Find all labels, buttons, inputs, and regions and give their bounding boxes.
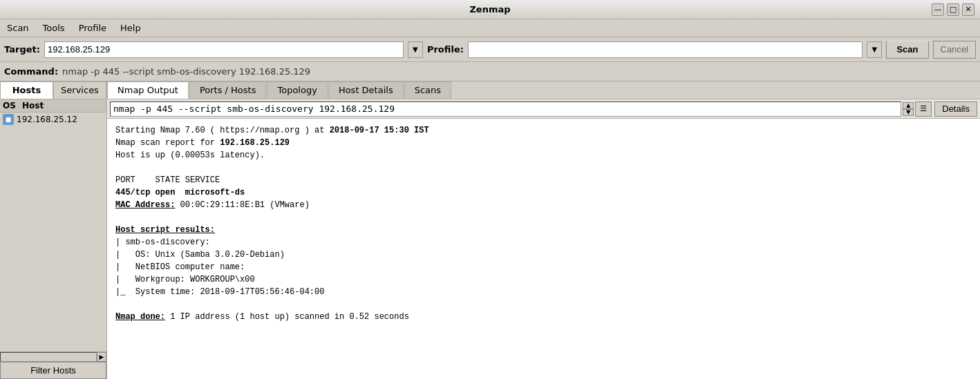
left-tabs: Hosts Services — [0, 81, 106, 99]
nmap-cmd-list-button[interactable]: ☰ — [915, 101, 932, 117]
minimize-button[interactable]: — — [932, 3, 944, 16]
scan-button[interactable]: Scan — [886, 41, 928, 59]
command-label: Command: — [4, 66, 58, 77]
toolbar: Target: ▼ Profile: ▼ Scan Cancel — [0, 37, 980, 62]
tab-services[interactable]: Services — [53, 81, 106, 99]
horizontal-scrollbar[interactable] — [0, 352, 97, 362]
menu-bar: Scan Tools Profile Help — [0, 19, 980, 37]
profile-input[interactable] — [468, 41, 863, 58]
menu-tools[interactable]: Tools — [39, 21, 69, 35]
nmap-output-area: Starting Nmap 7.60 ( https://nmap.org ) … — [107, 119, 980, 379]
nmap-command-bar: ▲ ▼ ☰ Details — [107, 99, 980, 119]
left-panel: Hosts Services OS Host ■ 192.168.25.12 ▶… — [0, 81, 107, 379]
target-input[interactable] — [44, 41, 404, 58]
tab-hosts[interactable]: Hosts — [0, 81, 53, 99]
profile-dropdown-button[interactable]: ▼ — [867, 41, 882, 58]
tab-scans[interactable]: Scans — [404, 81, 451, 99]
os-icon: ■ — [3, 114, 14, 125]
details-button[interactable]: Details — [934, 101, 977, 117]
menu-scan[interactable]: Scan — [3, 21, 33, 35]
os-column-header: OS — [3, 101, 22, 110]
maximize-button[interactable]: □ — [947, 3, 959, 16]
filter-hosts-button[interactable]: Filter Hosts — [0, 362, 106, 379]
close-button[interactable]: ✕ — [962, 3, 974, 16]
target-label: Target: — [4, 44, 40, 55]
tab-host-details[interactable]: Host Details — [328, 81, 404, 99]
title-bar: Zenmap — □ ✕ — [0, 0, 980, 19]
profile-label: Profile: — [427, 44, 464, 55]
tab-ports-hosts[interactable]: Ports / Hosts — [189, 81, 267, 99]
host-ip: 192.168.25.12 — [17, 115, 77, 124]
command-value: nmap -p 445 --script smb-os-discovery 19… — [62, 66, 310, 77]
menu-help[interactable]: Help — [116, 21, 145, 35]
nmap-command-input[interactable] — [110, 101, 901, 117]
window-title: Zenmap — [469, 4, 510, 14]
right-panel: Nmap Output Ports / Hosts Topology Host … — [107, 81, 980, 379]
nmap-cmd-spin-buttons: ▲ ▼ — [903, 102, 914, 116]
tab-topology[interactable]: Topology — [267, 81, 327, 99]
scroll-right-button[interactable]: ▶ — [97, 352, 106, 362]
nmap-cmd-down-button[interactable]: ▼ — [903, 109, 914, 116]
target-dropdown-button[interactable]: ▼ — [408, 41, 423, 58]
left-panel-scrollbar: ▶ — [0, 351, 106, 362]
host-column-header: Host — [22, 101, 104, 110]
menu-profile[interactable]: Profile — [75, 21, 111, 35]
nmap-cmd-up-button[interactable]: ▲ — [903, 102, 914, 109]
cancel-button[interactable]: Cancel — [933, 41, 976, 59]
main-area: Hosts Services OS Host ■ 192.168.25.12 ▶… — [0, 81, 980, 379]
right-tabs: Nmap Output Ports / Hosts Topology Host … — [107, 81, 980, 99]
host-list-item[interactable]: ■ 192.168.25.12 — [0, 113, 106, 126]
window-controls: — □ ✕ — [932, 3, 974, 16]
tab-nmap-output[interactable]: Nmap Output — [107, 81, 189, 99]
command-bar: Command: nmap -p 445 --script smb-os-dis… — [0, 62, 980, 81]
host-list-header: OS Host — [0, 99, 106, 113]
